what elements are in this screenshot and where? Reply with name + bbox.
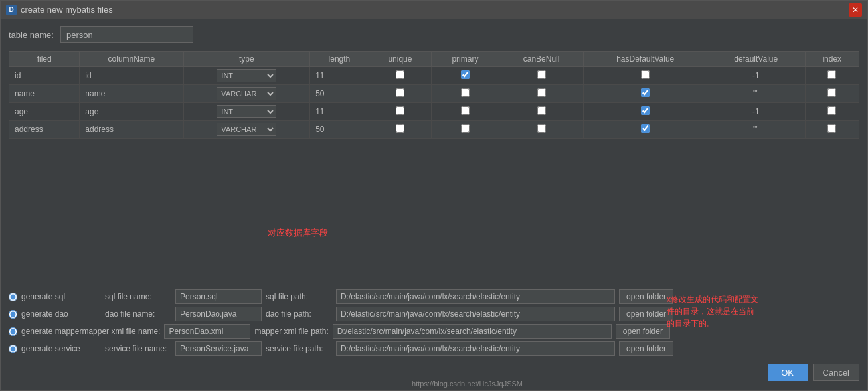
cell-hasdefault[interactable] xyxy=(584,103,707,121)
cell-unique[interactable] xyxy=(369,121,431,139)
cannull-checkbox[interactable] xyxy=(537,70,546,79)
index-checkbox[interactable] xyxy=(827,70,836,79)
primary-checkbox[interactable] xyxy=(461,88,470,97)
primary-checkbox[interactable] xyxy=(461,106,470,115)
cell-primary[interactable] xyxy=(432,67,499,85)
gen-path-label-1: dao file path: xyxy=(266,309,332,319)
cell-columnname: name xyxy=(80,85,183,103)
primary-checkbox[interactable] xyxy=(461,124,470,133)
gen-radio-1[interactable] xyxy=(9,310,17,319)
index-checkbox[interactable] xyxy=(827,88,836,97)
cell-unique[interactable] xyxy=(369,85,431,103)
gen-radio-2[interactable] xyxy=(9,327,17,336)
gen-row-1: generate dao dao file name: dao file pat… xyxy=(9,305,859,323)
ok-button[interactable]: OK xyxy=(768,364,808,381)
index-checkbox[interactable] xyxy=(827,124,836,133)
index-checkbox[interactable] xyxy=(827,106,836,115)
gen-row-2: generate mappermapper xml file name: map… xyxy=(9,323,859,340)
cell-length: 11 xyxy=(310,103,369,121)
type-select[interactable]: INTVARCHARTEXTBIGINTFLOATDATE xyxy=(217,123,276,136)
content-area: table name: filed columnName type length… xyxy=(1,19,867,390)
cell-filed: id xyxy=(9,67,80,85)
cell-unique[interactable] xyxy=(369,103,431,121)
cell-hasdefault[interactable] xyxy=(584,121,707,139)
unique-checkbox[interactable] xyxy=(396,106,404,115)
open-folder-btn-3[interactable]: open folder xyxy=(619,341,673,356)
open-folder-btn-0[interactable]: open folder xyxy=(619,289,673,304)
gen-label-0: generate sql xyxy=(21,292,101,301)
annotation-text-1: 对应数据库字段 xyxy=(268,227,328,239)
open-folder-btn-2[interactable]: open folder xyxy=(616,324,670,339)
gen-filename-input-1[interactable] xyxy=(175,307,262,321)
unique-checkbox[interactable] xyxy=(396,70,404,79)
cannull-checkbox[interactable] xyxy=(537,124,546,133)
col-type: type xyxy=(183,52,310,67)
hasdefault-checkbox[interactable] xyxy=(641,88,650,97)
cannull-checkbox[interactable] xyxy=(537,88,546,97)
table-name-input[interactable] xyxy=(60,26,193,43)
gen-radio-0[interactable] xyxy=(9,293,17,301)
bottom-section: generate sql sql file name: sql file pat… xyxy=(9,288,859,384)
col-index: index xyxy=(805,52,859,67)
table-row: name name INTVARCHARTEXTBIGINTFLOATDATE … xyxy=(9,85,859,103)
primary-checkbox[interactable] xyxy=(461,70,470,79)
table-row: address address INTVARCHARTEXTBIGINTFLOA… xyxy=(9,121,859,139)
type-select[interactable]: INTVARCHARTEXTBIGINTFLOATDATE xyxy=(217,105,276,118)
cell-filed: name xyxy=(9,85,80,103)
cell-filed: age xyxy=(9,103,80,121)
gen-filename-input-2[interactable] xyxy=(164,324,250,339)
cell-cannull[interactable] xyxy=(499,67,584,85)
type-select[interactable]: INTVARCHARTEXTBIGINTFLOATDATE xyxy=(217,69,276,82)
cell-primary[interactable] xyxy=(432,103,499,121)
cell-type[interactable]: INTVARCHARTEXTBIGINTFLOATDATE xyxy=(183,103,310,121)
cannull-checkbox[interactable] xyxy=(537,106,546,115)
gen-filename-input-0[interactable] xyxy=(175,289,262,304)
hasdefault-checkbox[interactable] xyxy=(641,106,650,115)
gen-label-1: generate dao xyxy=(21,309,101,319)
unique-checkbox[interactable] xyxy=(396,124,404,133)
open-folder-btn-1[interactable]: open folder xyxy=(619,307,673,321)
gen-row-0: generate sql sql file name: sql file pat… xyxy=(9,288,859,305)
titlebar-title: create new mybatis files xyxy=(21,5,113,15)
cell-type[interactable]: INTVARCHARTEXTBIGINTFLOATDATE xyxy=(183,121,310,139)
cell-cannull[interactable] xyxy=(499,121,584,139)
cell-index[interactable] xyxy=(805,67,859,85)
titlebar-left: D create new mybatis files xyxy=(6,5,113,15)
cancel-button[interactable]: Cancel xyxy=(813,364,859,381)
gen-filename-label-1: dao file name: xyxy=(105,309,171,319)
table-name-label: table name: xyxy=(9,30,54,40)
type-select[interactable]: INTVARCHARTEXTBIGINTFLOATDATE xyxy=(217,87,276,100)
cell-index[interactable] xyxy=(805,103,859,121)
unique-checkbox[interactable] xyxy=(396,88,404,97)
gen-path-input-1[interactable] xyxy=(336,307,615,321)
hasdefault-checkbox[interactable] xyxy=(641,124,650,133)
gen-filename-input-3[interactable] xyxy=(175,341,262,356)
main-window: D create new mybatis files ✕ table name:… xyxy=(0,0,868,391)
col-primary: primary xyxy=(432,52,499,67)
cell-primary[interactable] xyxy=(432,121,499,139)
gen-radio-3[interactable] xyxy=(9,345,17,353)
cell-type[interactable]: INTVARCHARTEXTBIGINTFLOATDATE xyxy=(183,67,310,85)
cell-columnname: id xyxy=(80,67,183,85)
cell-filed: address xyxy=(9,121,80,139)
gen-path-input-0[interactable] xyxy=(336,289,615,304)
gen-label-3: generate service xyxy=(21,344,101,353)
hasdefault-checkbox[interactable] xyxy=(641,70,650,79)
cell-cannull[interactable] xyxy=(499,103,584,121)
cell-primary[interactable] xyxy=(432,85,499,103)
cell-index[interactable] xyxy=(805,121,859,139)
gen-path-input-3[interactable] xyxy=(336,341,615,356)
gen-path-input-2[interactable] xyxy=(333,324,612,339)
cell-defaultval: -1 xyxy=(707,103,805,121)
cell-hasdefault[interactable] xyxy=(584,67,707,85)
close-button[interactable]: ✕ xyxy=(849,3,862,17)
cell-type[interactable]: INTVARCHARTEXTBIGINTFLOATDATE xyxy=(183,85,310,103)
cell-hasdefault[interactable] xyxy=(584,85,707,103)
col-hasdefault: hasDefaultValue xyxy=(584,52,707,67)
cell-cannull[interactable] xyxy=(499,85,584,103)
col-length: length xyxy=(310,52,369,67)
cell-unique[interactable] xyxy=(369,67,431,85)
table-name-row: table name: xyxy=(9,26,859,43)
cell-index[interactable] xyxy=(805,85,859,103)
cell-columnname: address xyxy=(80,121,183,139)
